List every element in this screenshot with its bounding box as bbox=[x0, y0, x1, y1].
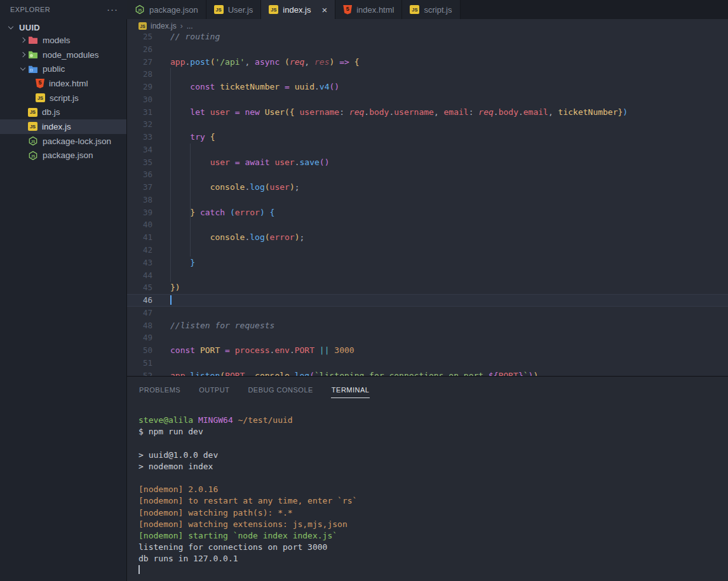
project-root-item[interactable]: UUID bbox=[0, 19, 126, 33]
tree-item-package-json[interactable]: JSpackage.json bbox=[0, 149, 126, 163]
line-content: const PORT = process.env.PORT || 3000 bbox=[170, 344, 354, 357]
terminal-line: [nodemon] watching extensions: js,mjs,js… bbox=[138, 519, 728, 530]
line-number: 25 bbox=[127, 33, 152, 43]
tree-item-public[interactable]: public bbox=[0, 62, 126, 76]
terminal-line: $ npm run dev bbox=[138, 426, 728, 437]
js-icon: JS bbox=[214, 5, 224, 14]
chevron-down-icon[interactable] bbox=[18, 68, 28, 70]
code-line[interactable]: 47 bbox=[127, 307, 728, 319]
tree-item-script-js[interactable]: JSscript.js bbox=[0, 91, 126, 105]
more-actions-icon[interactable]: ··· bbox=[107, 6, 118, 13]
terminal-line: [nodemon] to restart at any time, enter … bbox=[138, 495, 728, 507]
editor-tab-index-js[interactable]: JSindex.js× bbox=[261, 0, 335, 19]
code-line[interactable]: 44 bbox=[127, 269, 728, 282]
line-content: user = await user.save() bbox=[170, 156, 330, 169]
code-line[interactable]: 41 console.log(error); bbox=[127, 231, 728, 244]
terminal-line: > nodemon index bbox=[138, 461, 728, 472]
code-line[interactable]: 38 bbox=[127, 194, 728, 206]
line-number: 50 bbox=[127, 344, 152, 357]
line-number: 30 bbox=[127, 93, 152, 106]
terminal-cursor bbox=[138, 565, 140, 574]
code-line[interactable]: 39 } catch (error) { bbox=[127, 206, 728, 219]
chevron-right-icon: › bbox=[180, 22, 183, 30]
line-content: try { bbox=[170, 131, 215, 144]
tree-item-label: package-lock.json bbox=[43, 137, 111, 146]
code-lines: 25// routing2627app.post('/api', async (… bbox=[127, 33, 728, 376]
js-icon: JS bbox=[410, 5, 419, 14]
js-icon: JS bbox=[36, 93, 45, 102]
line-number: 42 bbox=[127, 244, 152, 257]
code-line[interactable]: 49 bbox=[127, 331, 728, 344]
line-number: 45 bbox=[127, 281, 152, 294]
file-tree: modelsnode_modulespublic5index.htmlJSscr… bbox=[0, 33, 126, 163]
tree-item-db-js[interactable]: JSdb.js bbox=[0, 105, 126, 119]
tree-item-label: package.json bbox=[43, 150, 93, 160]
folder-icon bbox=[28, 36, 38, 44]
code-line[interactable]: 37 console.log(user); bbox=[127, 181, 728, 194]
line-content: } catch (error) { bbox=[170, 206, 274, 219]
code-line[interactable]: 51 bbox=[127, 357, 728, 370]
code-line[interactable]: 50const PORT = process.env.PORT || 3000 bbox=[127, 344, 728, 357]
breadcrumb[interactable]: JS index.js › ... bbox=[127, 19, 728, 33]
code-line[interactable]: 34 bbox=[127, 144, 728, 156]
code-line[interactable]: 40 bbox=[127, 218, 728, 231]
tree-item-index-js[interactable]: JSindex.js bbox=[0, 119, 126, 134]
editor-tab-index-html[interactable]: 5index.html bbox=[335, 0, 402, 19]
line-content: }) bbox=[170, 281, 180, 294]
breadcrumb-file[interactable]: index.js bbox=[151, 22, 177, 30]
tree-item-index-html[interactable]: 5index.html bbox=[0, 76, 126, 91]
breadcrumb-symbol[interactable]: ... bbox=[187, 22, 193, 30]
vscode-window: EXPLORER ··· JSpackage.jsonJSUser.jsJSin… bbox=[0, 0, 728, 581]
code-line[interactable]: 27app.post('/api', async (req, res) => { bbox=[127, 56, 728, 69]
line-content: // routing bbox=[170, 33, 220, 43]
chevron-down-icon[interactable] bbox=[6, 27, 16, 29]
code-line[interactable]: 26 bbox=[127, 43, 728, 56]
code-line[interactable]: 45}) bbox=[127, 281, 728, 294]
code-line[interactable]: 35 user = await user.save() bbox=[127, 156, 728, 169]
chevron-right-icon[interactable] bbox=[18, 38, 28, 42]
code-line[interactable]: 33 try { bbox=[127, 131, 728, 144]
code-line[interactable]: 31 let user = new User({ username: req.b… bbox=[127, 106, 728, 119]
terminal-line bbox=[138, 472, 728, 484]
code-line[interactable]: 42 bbox=[127, 244, 728, 257]
code-line[interactable]: 36 bbox=[127, 168, 728, 181]
code-line[interactable]: 30 bbox=[127, 93, 728, 106]
code-line[interactable]: 32 bbox=[127, 118, 728, 131]
terminal[interactable]: steve@alila MINGW64 ~/test/uuid$ npm run… bbox=[127, 398, 728, 577]
svg-text:JS: JS bbox=[31, 154, 36, 157]
code-editor[interactable]: 25// routing2627app.post('/api', async (… bbox=[127, 33, 728, 376]
tree-item-node_modules[interactable]: node_modules bbox=[0, 48, 126, 62]
editor-tab-package-json[interactable]: JSpackage.json bbox=[127, 0, 206, 19]
tree-item-models[interactable]: models bbox=[0, 33, 126, 48]
tab-label: User.js bbox=[228, 5, 253, 15]
chevron-right-icon[interactable] bbox=[18, 53, 28, 57]
code-line[interactable]: 29 const ticketNumber = uuid.v4() bbox=[127, 81, 728, 93]
line-number: 37 bbox=[127, 181, 152, 194]
terminal-line: listening for connections on port 3000 bbox=[138, 542, 728, 553]
explorer-sidebar: UUID modelsnode_modulespublic5index.html… bbox=[0, 19, 127, 581]
line-content: console.log(error); bbox=[170, 231, 304, 244]
panel-tab-debug-console[interactable]: DEBUG CONSOLE bbox=[247, 381, 313, 398]
panel-tab-problems[interactable]: PROBLEMS bbox=[138, 381, 181, 398]
project-root-label: UUID bbox=[19, 23, 40, 32]
line-number: 40 bbox=[127, 218, 152, 231]
line-content: app.post('/api', async (req, res) => { bbox=[170, 56, 359, 69]
code-line[interactable]: 43 } bbox=[127, 257, 728, 269]
editor-tab-user-js[interactable]: JSUser.js bbox=[206, 0, 262, 19]
code-line[interactable]: 25// routing bbox=[127, 33, 728, 43]
tree-item-label: index.html bbox=[49, 79, 88, 88]
explorer-header: EXPLORER ··· bbox=[0, 0, 127, 19]
code-line[interactable]: 52app.listen(PORT, console.log(`listenin… bbox=[127, 370, 728, 376]
line-number: 28 bbox=[127, 68, 152, 81]
code-line[interactable]: 46 bbox=[127, 294, 728, 307]
terminal-line: [nodemon] watching path(s): *.* bbox=[138, 507, 728, 519]
panel-tab-terminal[interactable]: TERMINAL bbox=[331, 381, 370, 398]
close-icon[interactable]: × bbox=[321, 5, 327, 15]
editor-tab-script-js[interactable]: JSscript.js bbox=[402, 0, 460, 19]
panel-tab-output[interactable]: OUTPUT bbox=[198, 381, 230, 398]
tree-item-package-lock-json[interactable]: JSpackage-lock.json bbox=[0, 134, 126, 149]
folder-icon bbox=[28, 65, 38, 74]
code-line[interactable]: 48//listen for requests bbox=[127, 319, 728, 332]
code-line[interactable]: 28 bbox=[127, 68, 728, 81]
line-number: 36 bbox=[127, 168, 152, 181]
